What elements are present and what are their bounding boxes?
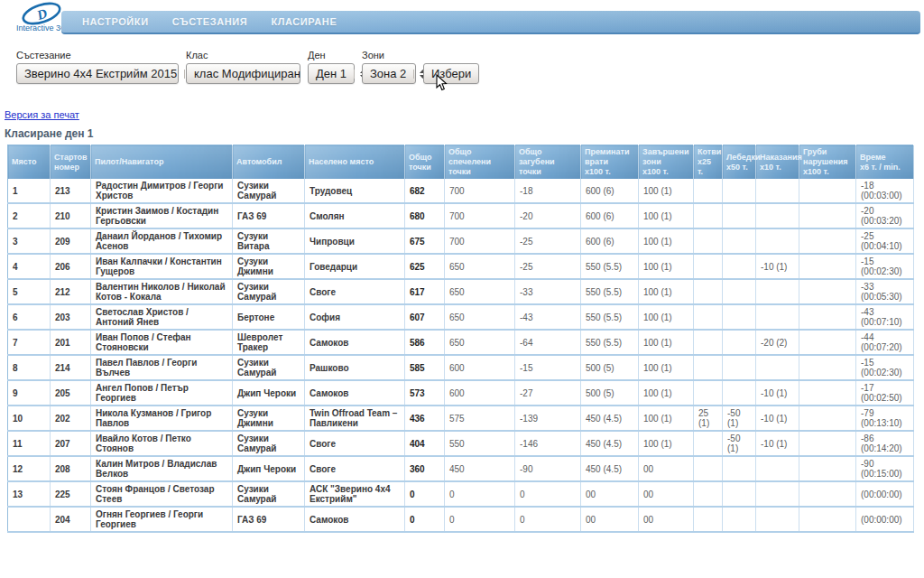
zones-value: Зона 2 xyxy=(370,67,406,80)
table-cell: 360 xyxy=(405,456,445,481)
table-cell: 0 xyxy=(405,507,445,532)
table-cell xyxy=(723,355,756,380)
header-cell: Място xyxy=(8,145,51,180)
header-cell: Време x6 т. / min. xyxy=(856,145,914,180)
nav-item-settings[interactable]: НАСТРОЙКИ xyxy=(70,16,161,27)
day-value: Ден 1 xyxy=(316,67,346,80)
header-row: МястоСтартов номерПилот/НавигаторАвтомоб… xyxy=(8,145,914,180)
print-version-link[interactable]: Версия за печат xyxy=(5,109,79,120)
table-cell: Стоян Францов / Светозар Стеев xyxy=(91,481,233,507)
table-cell: 0 xyxy=(515,481,581,507)
table-cell xyxy=(694,254,723,279)
table-cell: 700 xyxy=(445,203,515,228)
header-cell: Стартов номер xyxy=(51,145,91,180)
table-cell: Бертоне xyxy=(233,304,305,330)
table-cell xyxy=(723,279,756,304)
day-select[interactable]: Ден 1 xyxy=(308,63,355,84)
table-cell: Джип Чероки xyxy=(233,380,305,406)
table-cell: Самоков xyxy=(305,380,405,406)
table-cell: Огнян Георгиев / Георги Георгиев xyxy=(91,507,233,532)
table-cell: 206 xyxy=(51,254,91,279)
table-cell: Шевролет Тракер xyxy=(233,330,305,355)
table-cell: 0 xyxy=(515,507,581,532)
table-cell xyxy=(723,380,756,406)
table-cell: -20 (2) xyxy=(756,330,799,355)
table-cell: 600 (6) xyxy=(581,228,639,254)
table-cell: -27 xyxy=(515,380,581,406)
table-cell: 600 xyxy=(445,355,515,380)
nav-item-competitions[interactable]: СЪСТЕЗАНИЯ xyxy=(161,16,260,27)
header-cell: Груби нарушения x100 т. xyxy=(799,145,856,180)
table-cell xyxy=(799,481,856,507)
table-cell xyxy=(694,279,723,304)
nav-item-ranking[interactable]: КЛАСИРАНЕ xyxy=(259,16,348,27)
competition-select[interactable]: Зверино 4x4 Екстрийм 2015 xyxy=(16,63,179,84)
table-cell: -79 (00:13:10) xyxy=(856,406,914,431)
table-cell: -20 (00:03:20) xyxy=(856,203,914,228)
table-cell: 680 xyxy=(405,203,445,228)
brand-name-text: Interactive 3G xyxy=(16,23,67,33)
table-cell xyxy=(723,203,756,228)
table-row: 13225Стоян Францов / Светозар СтеевСузик… xyxy=(8,481,914,507)
table-cell: Смолян xyxy=(305,203,405,228)
table-cell: 550 (5.5) xyxy=(581,254,639,279)
table-cell: 3 xyxy=(8,228,51,254)
table-cell: 100 (1) xyxy=(639,228,694,254)
table-cell xyxy=(723,254,756,279)
table-cell xyxy=(799,406,856,431)
table-cell: 617 xyxy=(405,279,445,304)
table-cell xyxy=(723,304,756,330)
header-cell: Общо спечелени точки xyxy=(445,145,515,180)
table-cell: Иван Калпачки / Константин Гущеров xyxy=(91,254,233,279)
zones-select[interactable]: Зона 2 xyxy=(362,63,416,84)
table-cell: -20 xyxy=(515,203,581,228)
table-cell xyxy=(799,228,856,254)
table-cell xyxy=(799,279,856,304)
table-cell: 100 (1) xyxy=(639,330,694,355)
table-cell xyxy=(694,456,723,481)
table-cell: Джип Чероки xyxy=(233,456,305,481)
table-cell: 100 (1) xyxy=(639,203,694,228)
header-cell: Автомобил xyxy=(233,145,305,180)
competition-value: Зверино 4x4 Екстрийм 2015 xyxy=(24,67,177,80)
table-cell xyxy=(694,355,723,380)
table-cell: Павел Павлов / Георги Вълчев xyxy=(91,355,233,380)
table-cell: Никола Кузманов / Григор Павлов xyxy=(91,406,233,431)
table-cell: 204 xyxy=(51,507,91,532)
table-cell: София xyxy=(305,304,405,330)
table-cell: -146 xyxy=(515,431,581,456)
table-cell: 500 (5) xyxy=(581,355,639,380)
table-cell: Twin Offroad Team – Павликени xyxy=(305,406,405,431)
class-select[interactable]: клас Модифициран xyxy=(186,63,300,84)
table-cell xyxy=(694,179,723,203)
class-label: Клас xyxy=(186,50,300,61)
table-cell: -10 (1) xyxy=(756,431,799,456)
table-cell: 450 (4.5) xyxy=(581,406,639,431)
table-cell: Иван Попов / Стефан Стояновски xyxy=(91,330,233,355)
table-cell: 450 (4.5) xyxy=(581,456,639,481)
select-button[interactable]: Избери xyxy=(423,63,479,84)
table-cell: 00 xyxy=(639,481,694,507)
table-cell xyxy=(694,203,723,228)
table-cell: -15 (00:02:30) xyxy=(856,355,914,380)
table-cell xyxy=(756,228,799,254)
table-row: 204Огнян Георгиев / Георги ГеоргиевГАЗ 6… xyxy=(8,507,914,532)
header-cell: Преминати врати x100 т. xyxy=(581,145,639,180)
table-cell: 201 xyxy=(51,330,91,355)
table-cell: -64 xyxy=(515,330,581,355)
table-cell: Данаил Йорданов / Тихомир Асенов xyxy=(91,228,233,254)
table-cell: Сузики Самурай xyxy=(233,431,305,456)
table-cell xyxy=(799,304,856,330)
table-cell: 0 xyxy=(445,481,515,507)
table-cell: -90 xyxy=(515,456,581,481)
table-cell: -25 xyxy=(515,254,581,279)
table-cell: Радостин Димитров / Георги Христов xyxy=(91,179,233,203)
table-cell: 100 (1) xyxy=(639,431,694,456)
table-cell: -10 (1) xyxy=(756,254,799,279)
table-cell xyxy=(799,254,856,279)
table-cell: Кристин Заимов / Костадин Гергьовски xyxy=(91,203,233,228)
table-cell xyxy=(756,456,799,481)
table-cell: Своге xyxy=(305,456,405,481)
table-row: 11207Ивайло Котов / Петко СтояновСузики … xyxy=(8,431,914,456)
table-cell: 210 xyxy=(51,203,91,228)
